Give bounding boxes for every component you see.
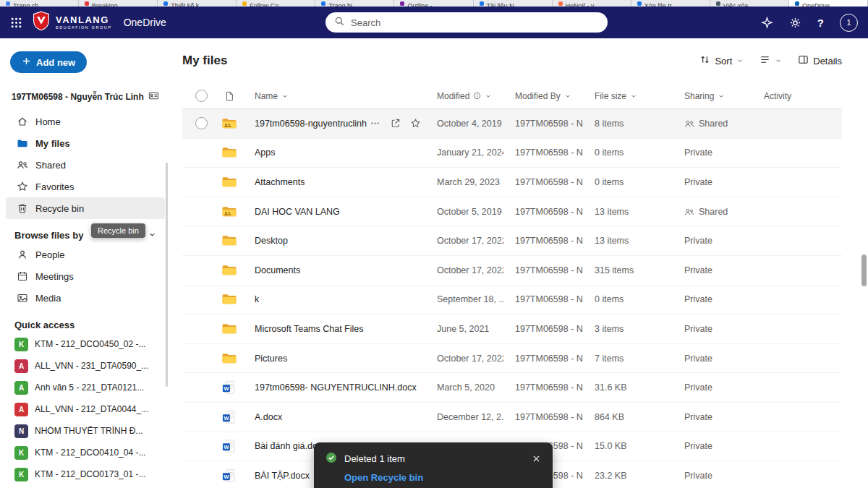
- table-row[interactable]: W197tm06598- NGUYENTRUCLINH.docxMarch 5,…: [182, 373, 842, 403]
- select-all-checkbox[interactable]: [195, 90, 208, 102]
- table-row[interactable]: DAI HOC VAN LANGOctober 5, 2019197TM0659…: [182, 197, 842, 227]
- modified-by: 197TM06598 - Ngu: [503, 412, 583, 422]
- quick-access-label: KTM - 212_DCO0450_02 -...: [35, 339, 145, 349]
- shared-people-icon: [684, 207, 694, 217]
- quick-access-item[interactable]: AAnh văn 5 - 221_DTA0121...: [0, 377, 171, 398]
- search-icon: [334, 16, 345, 30]
- table-row[interactable]: Microsoft Teams Chat FilesJune 5, 202119…: [182, 314, 842, 344]
- file-name[interactable]: A.docx: [255, 412, 282, 422]
- quick-access-item[interactable]: KKTM - 212_DCO0450_02 -...: [0, 333, 171, 355]
- sort-button[interactable]: Sort: [699, 54, 744, 67]
- column-header-sharing[interactable]: Sharing: [673, 91, 752, 101]
- file-name[interactable]: Attachments: [255, 177, 305, 187]
- column-header-name[interactable]: Name: [242, 91, 425, 101]
- modified-date: October 17, 2022: [425, 354, 503, 364]
- sidebar-item-recycle-bin[interactable]: Recycle bin: [6, 197, 165, 219]
- quick-access-item[interactable]: NNHÓM THUYẾT TRÌNH Đ...: [0, 420, 171, 442]
- table-row[interactable]: 197tm06598-nguyentruclinhOctober 4, 2019…: [182, 109, 842, 139]
- browser-tab[interactable]: Trang ch...: [0, 0, 79, 7]
- file-name[interactable]: k: [255, 294, 259, 304]
- browser-tab[interactable]: Xóa file tr...: [631, 0, 710, 7]
- sidebar-item-meetings[interactable]: Meetings: [6, 265, 165, 287]
- sidebar-browse-list: PeopleMeetingsMedia: [0, 244, 171, 309]
- sidebar-item-my-files[interactable]: My files: [6, 132, 165, 154]
- folder-icon: [217, 352, 242, 365]
- browser-tab[interactable]: HeNoil - v...: [553, 0, 631, 7]
- open-recycle-bin-link[interactable]: Open Recycle bin: [344, 472, 423, 483]
- table-row[interactable]: WA.docxDecember 12, 2...197TM06598 - Ngu…: [182, 403, 842, 432]
- shared-people-icon: [684, 119, 694, 129]
- browser-tab[interactable]: Follow Co...: [237, 0, 315, 7]
- tab-favicon: [795, 1, 799, 6]
- quick-access-item[interactable]: KKTM - 212_DCO0173_01 -...: [0, 463, 171, 485]
- app-name[interactable]: OneDrive: [124, 17, 166, 28]
- column-header-modified[interactable]: Modified: [425, 91, 503, 101]
- details-label: Details: [813, 56, 842, 67]
- modified-by: 197TM06598 - Ngu: [503, 382, 583, 393]
- table-row[interactable]: PicturesOctober 17, 2022197TM06598 - Ngu…: [182, 344, 842, 374]
- search-input[interactable]: [351, 17, 599, 28]
- table-row[interactable]: kSeptember 18, ...197TM06598 - Ngu0 item…: [182, 286, 842, 315]
- column-header-activity[interactable]: Activity: [752, 91, 842, 101]
- share-icon[interactable]: [390, 118, 401, 129]
- account-avatar[interactable]: 1: [840, 14, 858, 32]
- file-name[interactable]: Desktop: [255, 236, 288, 246]
- table-row[interactable]: AppsJanuary 21, 2024197TM06598 - Ngu0 it…: [182, 139, 842, 168]
- tab-favicon: [716, 1, 720, 6]
- browser-tab[interactable]: Breaking...: [79, 0, 158, 7]
- sparkle-icon[interactable]: [761, 17, 773, 29]
- settings-gear-icon[interactable]: [789, 17, 801, 29]
- sidebar-item-people[interactable]: People: [6, 244, 165, 265]
- table-row[interactable]: AttachmentsMarch 29, 2023197TM06598 - Ng…: [182, 168, 842, 197]
- quick-access-label: Quick access: [14, 320, 75, 330]
- search-box[interactable]: [326, 12, 608, 33]
- details-button[interactable]: Details: [798, 54, 842, 67]
- file-name[interactable]: Documents: [255, 265, 300, 275]
- table-row[interactable]: DocumentsOctober 17, 2022197TM06598 - Ng…: [182, 256, 842, 286]
- help-icon[interactable]: ?: [817, 17, 824, 29]
- trash-icon: [16, 202, 28, 215]
- browser-tab[interactable]: OneDrive: [789, 0, 868, 7]
- modified-date: October 17, 2022: [425, 236, 503, 246]
- app-launcher-waffle-icon[interactable]: [10, 17, 22, 29]
- file-name[interactable]: Pictures: [255, 354, 287, 364]
- browser-tab[interactable]: Việc xóa...: [710, 0, 789, 7]
- table-row[interactable]: DesktopOctober 17, 2022197TM06598 - Ngu1…: [182, 226, 842, 256]
- quick-access-item[interactable]: KKTM - 212_DCO0410_04 -...: [0, 442, 171, 463]
- sidebar-item-home[interactable]: Home: [6, 111, 165, 132]
- file-name[interactable]: BÀI TẬP.docx: [255, 471, 310, 481]
- word-file-icon: W: [217, 439, 242, 453]
- file-size: 23.2 KB: [583, 471, 673, 481]
- chevron-down-icon: [775, 57, 782, 64]
- browser-tab[interactable]: Thiết kế k...: [158, 0, 237, 7]
- file-name[interactable]: Apps: [255, 147, 276, 158]
- view-options-button[interactable]: [760, 54, 782, 67]
- tab-favicon: [6, 1, 10, 6]
- file-name[interactable]: 197tm06598- NGUYENTRUCLINH.docx: [255, 382, 417, 393]
- column-header-modified-by[interactable]: Modified By: [503, 91, 583, 101]
- file-name[interactable]: Microsoft Teams Chat Files: [255, 324, 364, 334]
- star-icon: [16, 181, 28, 193]
- more-actions-icon[interactable]: [370, 118, 380, 129]
- sidebar-item-shared[interactable]: Shared: [6, 154, 165, 176]
- file-name[interactable]: DAI HOC VAN LANG: [255, 207, 340, 217]
- close-icon[interactable]: [532, 454, 541, 463]
- file-name[interactable]: 197tm06598-nguyentruclinh: [255, 119, 367, 129]
- column-header-file-size[interactable]: File size: [583, 91, 673, 101]
- favorite-star-icon[interactable]: [410, 118, 421, 129]
- sidebar-item-media[interactable]: Media: [6, 287, 165, 309]
- browser-tab[interactable]: Trang bj...: [315, 0, 394, 7]
- page-scrollbar[interactable]: [861, 254, 867, 286]
- browser-tab[interactable]: Outline -...: [394, 0, 473, 7]
- file-size: 8 items: [583, 119, 673, 129]
- add-new-button[interactable]: Add new: [10, 51, 87, 73]
- quick-access-item[interactable]: AALL_VNN - 231_DTA0590_...: [0, 355, 171, 377]
- quick-access-item[interactable]: AALL_VNN - 212_DTA0044_...: [0, 398, 171, 420]
- browser-tab[interactable]: Tài liệu N...: [474, 0, 553, 7]
- file-size: 13 items: [583, 236, 673, 246]
- row-checkbox[interactable]: [195, 117, 208, 129]
- tab-favicon: [321, 1, 326, 6]
- sidebar-scrollbar[interactable]: [166, 163, 168, 387]
- account-row[interactable]: 197TM06598 - Nguyễn Trúc Linh: [0, 90, 171, 103]
- sidebar-item-favorites[interactable]: Favorites: [6, 176, 165, 197]
